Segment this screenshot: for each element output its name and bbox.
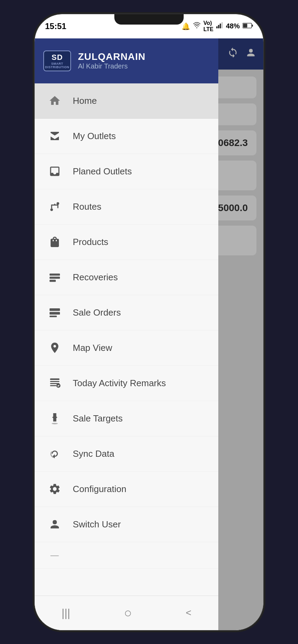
- phone-notch: [114, 14, 184, 25]
- svg-rect-14: [50, 312, 60, 315]
- svg-rect-7: [252, 25, 253, 27]
- menu-label-planed-outlets: Planed Outlets: [73, 166, 132, 177]
- menu-item-configuration[interactable]: Configuration: [35, 472, 218, 507]
- recents-nav-icon[interactable]: <: [186, 607, 191, 618]
- targets-icon: [47, 411, 62, 426]
- user-icon: [47, 517, 62, 532]
- menu-label-sync-data: Sync Data: [73, 448, 114, 459]
- routes-icon: [47, 199, 62, 215]
- logo-text: SD: [44, 53, 70, 62]
- svg-rect-13: [50, 308, 60, 311]
- orders-icon: [47, 305, 62, 320]
- menu-item-today-activity[interactable]: Today Activity Remarks: [35, 366, 218, 401]
- battery-percent: 48%: [226, 22, 240, 30]
- menu-label-home: Home: [73, 96, 97, 106]
- logo-subtext: SMART DISTRIBUTION: [44, 62, 70, 69]
- activity-icon: [47, 375, 62, 391]
- svg-rect-17: [50, 381, 59, 382]
- gear-icon: [47, 481, 62, 497]
- battery-icon: [243, 22, 253, 30]
- menu-label-products: Products: [73, 237, 108, 247]
- menu-item-planed-outlets[interactable]: Planed Outlets: [35, 154, 218, 189]
- menu-item-home[interactable]: Home: [35, 83, 218, 119]
- home-icon: [47, 93, 62, 109]
- map-icon: [47, 340, 62, 356]
- menu-label-routes: Routes: [73, 201, 101, 212]
- brand-name: ZULQARNAIN: [78, 51, 146, 62]
- navigation-drawer: SD SMART DISTRIBUTION ZULQARNAIN Al Kabi…: [35, 38, 218, 630]
- svg-rect-10: [50, 274, 60, 276]
- svg-point-9: [56, 202, 59, 205]
- menu-label-my-outlets: My Outlets: [73, 131, 116, 142]
- phone-screen: 15:51 🔔 Vo)LTE: [35, 14, 263, 630]
- menu-item-routes[interactable]: Routes: [35, 189, 218, 225]
- menu-item-map-view[interactable]: Map View: [35, 330, 218, 366]
- menu-label-switch-user: Switch User: [73, 519, 121, 530]
- more-icon: —: [47, 547, 62, 563]
- lte-icon: Vo)LTE: [203, 20, 213, 33]
- svg-rect-4: [221, 22, 223, 28]
- svg-rect-3: [220, 24, 221, 28]
- back-nav-icon[interactable]: |||: [62, 607, 70, 619]
- svg-rect-16: [50, 379, 59, 380]
- svg-rect-15: [50, 316, 57, 317]
- menu-label-sale-orders: Sale Orders: [73, 307, 121, 318]
- status-time: 15:51: [45, 21, 66, 31]
- menu-label-recoveries: Recoveries: [73, 272, 118, 283]
- svg-rect-2: [218, 25, 219, 28]
- phone-body: 15:51 🔔 Vo)LTE: [35, 14, 263, 630]
- svg-point-0: [196, 27, 198, 28]
- menu-item-products[interactable]: Products: [35, 225, 218, 260]
- menu-item-sync-data[interactable]: Sync Data: [35, 436, 218, 472]
- svg-point-8: [50, 208, 53, 211]
- menu-item-my-outlets[interactable]: My Outlets: [35, 119, 218, 154]
- sync-icon: [47, 446, 62, 462]
- menu-more-indicator: —: [35, 542, 218, 569]
- menu-label-configuration: Configuration: [73, 484, 126, 495]
- menu-item-sale-targets[interactable]: Sale Targets: [35, 401, 218, 436]
- menu-item-switch-user[interactable]: Switch User: [35, 507, 218, 542]
- menu-label-today-activity: Today Activity Remarks: [73, 378, 166, 389]
- store-icon: [47, 128, 62, 144]
- svg-rect-12: [50, 280, 56, 282]
- menu-list: Home My Outlets: [35, 83, 218, 596]
- svg-rect-11: [50, 277, 60, 279]
- wifi-icon: [193, 22, 201, 30]
- menu-item-recoveries[interactable]: Recoveries: [35, 260, 218, 295]
- signal-icon: [216, 22, 223, 30]
- status-icons: 🔔 Vo)LTE: [182, 20, 253, 33]
- svg-rect-1: [216, 26, 218, 28]
- menu-label-sale-targets: Sale Targets: [73, 413, 123, 424]
- home-nav-icon[interactable]: ○: [124, 606, 132, 620]
- alarm-icon: 🔔: [182, 22, 190, 30]
- svg-point-21: [52, 423, 58, 425]
- brand-subtitle: Al Kabir Traders: [78, 62, 146, 70]
- recoveries-icon: [47, 270, 62, 285]
- svg-rect-6: [243, 24, 247, 28]
- menu-label-map-view: Map View: [73, 343, 112, 353]
- screen-content: ductive Outlets uctivity % 10682.3 tock …: [35, 38, 263, 630]
- svg-rect-19: [50, 385, 56, 386]
- products-icon: [47, 234, 62, 250]
- brand-logo: SD SMART DISTRIBUTION: [43, 51, 71, 71]
- drawer-header: SD SMART DISTRIBUTION ZULQARNAIN Al Kabi…: [35, 38, 218, 83]
- brand-info: ZULQARNAIN Al Kabir Traders: [78, 51, 146, 70]
- inbox-icon: [47, 164, 62, 179]
- bottom-navigation: ||| ○ <: [35, 596, 218, 630]
- menu-item-sale-orders[interactable]: Sale Orders: [35, 295, 218, 330]
- phone-frame: 15:51 🔔 Vo)LTE: [0, 0, 298, 644]
